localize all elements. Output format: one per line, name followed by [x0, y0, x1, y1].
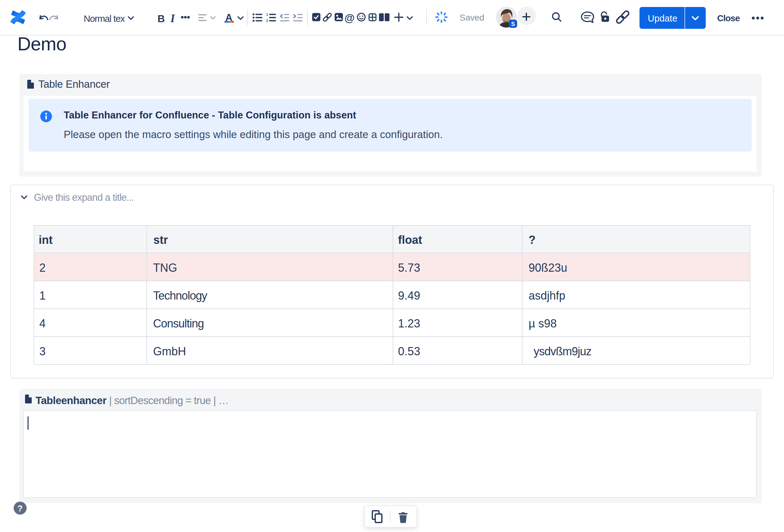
- svg-text:2: 2: [266, 19, 268, 22]
- svg-text:1: 1: [266, 13, 268, 17]
